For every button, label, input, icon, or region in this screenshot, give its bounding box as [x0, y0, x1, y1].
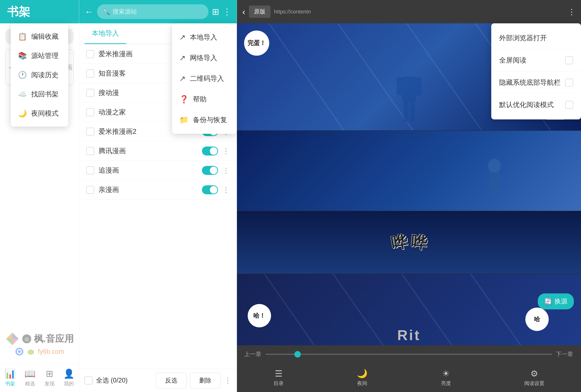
middle-dropdown-local[interactable]: ↗ 本地导入	[172, 27, 237, 48]
logo-top: 枫.音应用	[5, 332, 74, 346]
tool-settings[interactable]: ⚙ 阅读设置	[524, 368, 544, 387]
right-dropdown-hide-nav[interactable]: 隐藏系统底部导航栏	[491, 72, 581, 94]
left-dropdown-label-1: 源站管理	[31, 51, 58, 60]
svg-rect-13	[32, 351, 33, 353]
source-checkbox-5[interactable]	[86, 147, 94, 155]
grid-icon[interactable]: ⊞	[212, 7, 219, 17]
back-button[interactable]: ←	[84, 6, 93, 17]
hide-nav-checkbox[interactable]	[565, 79, 573, 86]
nav-label-profile: 我的	[64, 380, 74, 387]
right-more-button[interactable]: ⋮	[568, 7, 576, 16]
help-icon: ❓	[179, 95, 189, 104]
source-more-6[interactable]: ⋮	[222, 166, 230, 174]
progress-thumb[interactable]	[294, 351, 301, 358]
brightness-icon: ☀	[442, 368, 450, 378]
middle-dropdown-network[interactable]: ↗ 网络导入	[172, 48, 237, 68]
toc-label: 目录	[274, 380, 284, 387]
fullscreen-checkbox[interactable]	[565, 56, 573, 64]
refresh-icon: 🔄	[544, 298, 552, 305]
right-header: ‹ 原版 https://contentn ⋮	[237, 0, 581, 23]
left-panel: 书架 搜索书架 ＋ 添加你喜欢的漫画 📋 编辑收藏 📚 源站管理 🕐 阅读历史 …	[0, 0, 79, 392]
progress-track[interactable]	[266, 354, 552, 355]
toggle-5[interactable]	[202, 146, 218, 156]
discover-icon: ⊞	[46, 368, 53, 379]
bookshelf-icon: 📊	[4, 368, 15, 379]
source-item-5: 腾讯漫画 ⋮	[79, 141, 237, 161]
middle-dropdown-label-3: 帮助	[193, 95, 207, 104]
middle-dropdown-label-1: 网络导入	[190, 53, 217, 62]
nav-label-featured: 精选	[25, 380, 35, 387]
middle-dropdown-label-0: 本地导入	[190, 33, 217, 42]
prev-chapter-label: 上一章	[244, 350, 262, 358]
source-checkbox-6[interactable]	[86, 166, 94, 174]
speech-done-text: 完蛋！	[247, 39, 266, 47]
select-all-checkbox[interactable]	[84, 376, 92, 384]
nav-item-featured[interactable]: 📖 精选	[24, 368, 35, 387]
right-dropdown-fullscreen[interactable]: 全屏阅读	[491, 49, 581, 72]
tool-brightness[interactable]: ☀ 亮度	[441, 368, 451, 387]
comic-frame-2	[237, 131, 581, 211]
middle-dropdown-qr[interactable]: ↗ 二维码导入	[172, 68, 237, 89]
external-browser-label: 外部浏览器打开	[499, 34, 547, 42]
source-version-button[interactable]: 原版	[249, 6, 270, 18]
source-checkbox-7[interactable]	[86, 186, 94, 194]
recover-shelf-icon: ☁️	[18, 90, 27, 98]
source-checkbox-1[interactable]	[86, 70, 94, 78]
left-dropdown-menu: 📋 编辑收藏 📚 源站管理 🕐 阅读历史 ☁️ 找回书架 🌙 夜间模式	[11, 23, 68, 126]
toggle-6[interactable]	[202, 166, 218, 175]
middle-dropdown-help[interactable]: ❓ 帮助	[172, 89, 237, 110]
optimize-checkbox[interactable]	[565, 101, 573, 109]
middle-dropdown-backup[interactable]: 📁 备份与恢复	[172, 110, 237, 130]
right-back-button[interactable]: ‹	[242, 6, 245, 17]
left-dropdown-item-0[interactable]: 📋 编辑收藏	[11, 27, 68, 46]
middle-dropdown-menu: ↗ 本地导入 ↗ 网络导入 ↗ 二维码导入 ❓ 帮助 📁 备份与恢复	[172, 23, 237, 134]
left-dropdown-item-4[interactable]: 🌙 夜间模式	[11, 104, 68, 123]
brightness-label: 亮度	[441, 380, 451, 387]
bottom-more-icon[interactable]: ⋮	[224, 376, 231, 385]
character-2	[476, 157, 512, 211]
middle-dropdown-label-2: 二维码导入	[190, 74, 224, 83]
source-checkbox-4[interactable]	[86, 128, 94, 136]
left-dropdown-item-2[interactable]: 🕐 阅读历史	[11, 65, 68, 84]
nav-item-profile[interactable]: 👤 我的	[63, 368, 74, 387]
svg-rect-16	[397, 78, 403, 95]
progress-row: 上一章 下一章	[237, 345, 581, 363]
source-checkbox-3[interactable]	[86, 108, 94, 116]
tab-local-import[interactable]: 本地导入	[84, 23, 126, 44]
more-icon[interactable]: ⋮	[223, 7, 231, 17]
invert-button[interactable]: 反选	[156, 372, 186, 388]
switch-source-button[interactable]: 🔄 换源	[538, 294, 574, 310]
source-checkbox-0[interactable]	[86, 50, 94, 58]
toggle-7[interactable]	[202, 185, 218, 194]
tool-night[interactable]: 🌙 夜间	[357, 368, 368, 387]
left-dropdown-item-3[interactable]: ☁️ 找回书架	[11, 84, 68, 104]
tool-toc[interactable]: ☰ 目录	[274, 368, 284, 387]
right-dropdown-menu: 外部浏览器打开 全屏阅读 隐藏系统底部导航栏 默认优化阅读模式	[491, 23, 581, 120]
right-dropdown-optimize[interactable]: 默认优化阅读模式	[491, 94, 581, 116]
svg-marker-1	[12, 332, 19, 339]
left-dropdown-item-1[interactable]: 📚 源站管理	[11, 46, 68, 65]
logo-area: 枫.音应用 fy6b.com	[0, 332, 79, 356]
source-name-6: 追漫画	[98, 166, 198, 175]
qr-import-icon: ↗	[179, 74, 186, 83]
featured-icon: 📖	[24, 368, 35, 379]
source-more-5[interactable]: ⋮	[222, 147, 230, 155]
app-title: 书架	[7, 4, 30, 20]
middle-header-icons: ⊞ ⋮	[212, 7, 231, 17]
toc-icon: ☰	[275, 368, 283, 378]
read-history-icon: 🕐	[18, 71, 27, 79]
network-import-icon: ↗	[179, 54, 186, 62]
source-more-7[interactable]: ⋮	[222, 186, 230, 194]
source-checkbox-2[interactable]	[86, 89, 94, 97]
delete-button[interactable]: 删除	[190, 372, 221, 388]
nav-item-bookshelf[interactable]: 📊 书架	[4, 368, 15, 387]
night-mode-icon: 🌙	[18, 109, 27, 118]
night-icon: 🌙	[357, 368, 368, 378]
character-1	[382, 58, 436, 130]
slash-text-1: 哗	[389, 230, 409, 255]
source-search-box[interactable]: 🔍 搜索源站	[97, 4, 208, 19]
source-item-7: 亲漫画 ⋮	[79, 180, 237, 200]
nav-item-discover[interactable]: ⊞ 发现	[44, 368, 54, 387]
rit-text: Rit	[397, 327, 421, 344]
right-dropdown-external[interactable]: 外部浏览器打开	[491, 27, 581, 49]
